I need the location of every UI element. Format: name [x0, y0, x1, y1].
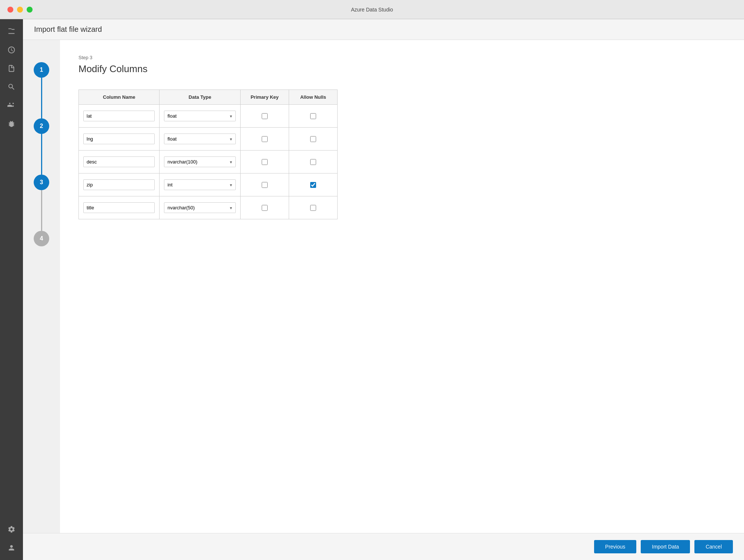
wizard-main: Step 3 Modify Columns Column Name Data T… [60, 40, 744, 533]
column-name-input-5[interactable] [83, 202, 155, 213]
step-heading: Modify Columns [78, 63, 725, 75]
primary-key-checkbox-4[interactable] [262, 182, 268, 188]
previous-button[interactable]: Previous [594, 540, 636, 553]
step-circle-1: 1 [34, 62, 49, 78]
step-circle-2: 2 [34, 118, 49, 134]
allow-nulls-checkbox-5[interactable] [310, 205, 316, 211]
sidebar-icon-files[interactable] [3, 23, 20, 40]
step-4: 4 [34, 231, 49, 246]
table-row: floatintnvarchar(50)nvarchar(100)nvarcha… [79, 151, 338, 173]
wizard-footer: Previous Import Data Cancel [23, 533, 744, 560]
steps-sidebar: 1 2 3 4 [23, 40, 60, 533]
primary-key-checkbox-2[interactable] [262, 136, 268, 142]
table-row: floatintnvarchar(50)nvarchar(100)nvarcha… [79, 128, 338, 151]
data-type-select-4[interactable]: floatintnvarchar(50)nvarchar(100)nvarcha… [164, 179, 235, 190]
table-row: floatintnvarchar(50)nvarchar(100)nvarcha… [79, 173, 338, 196]
header-data-type: Data Type [160, 90, 240, 105]
step-3: 3 [34, 175, 49, 231]
data-type-select-3[interactable]: floatintnvarchar(50)nvarchar(100)nvarcha… [164, 156, 235, 167]
content-area: Import flat file wizard 1 2 3 4 [23, 19, 744, 560]
step-connector-1 [41, 78, 42, 118]
step-label: Step 3 [78, 55, 725, 60]
allow-nulls-checkbox-4[interactable] [310, 182, 316, 188]
step-circle-3: 3 [34, 175, 49, 190]
column-name-input-1[interactable] [83, 111, 155, 121]
step-1: 1 [34, 62, 49, 118]
wizard-header: Import flat file wizard [23, 19, 744, 40]
app-title: Azure Data Studio [351, 7, 393, 13]
wizard-body: 1 2 3 4 Step 3 Modify Columns [23, 40, 744, 533]
column-name-input-2[interactable] [83, 134, 155, 144]
sidebar-icon-settings[interactable] [3, 521, 20, 538]
data-type-select-5[interactable]: floatintnvarchar(50)nvarchar(100)nvarcha… [164, 202, 235, 213]
header-primary-key: Primary Key [240, 90, 289, 105]
data-type-select-2[interactable]: floatintnvarchar(50)nvarchar(100)nvarcha… [164, 134, 235, 144]
allow-nulls-checkbox-3[interactable] [310, 159, 316, 165]
sidebar-icon-source-control[interactable] [3, 97, 20, 114]
title-bar: Azure Data Studio [0, 0, 744, 19]
sidebar-icon-extensions[interactable] [3, 115, 20, 132]
column-name-input-4[interactable] [83, 179, 155, 190]
primary-key-checkbox-5[interactable] [262, 205, 268, 211]
cancel-button[interactable]: Cancel [694, 540, 733, 553]
columns-table: Column Name Data Type Primary Key Allow … [78, 90, 338, 219]
wizard-title: Import flat file wizard [34, 25, 102, 33]
sidebar-icon-search[interactable] [3, 78, 20, 95]
primary-key-checkbox-3[interactable] [262, 159, 268, 165]
app-body: Import flat file wizard 1 2 3 4 [0, 19, 744, 560]
column-name-input-3[interactable] [83, 156, 155, 167]
step-circle-4: 4 [34, 231, 49, 246]
primary-key-checkbox-1[interactable] [262, 113, 268, 119]
step-2: 2 [34, 118, 49, 175]
minimize-button[interactable] [17, 7, 23, 13]
header-column-name: Column Name [79, 90, 160, 105]
step-connector-3 [41, 190, 42, 231]
sidebar-icon-new-file[interactable] [3, 60, 20, 77]
header-allow-nulls: Allow Nulls [289, 90, 337, 105]
maximize-button[interactable] [27, 7, 33, 13]
import-data-button[interactable]: Import Data [641, 540, 690, 553]
step-connector-2 [41, 134, 42, 175]
sidebar-icon-history[interactable] [3, 41, 20, 58]
data-type-select-1[interactable]: floatintnvarchar(50)nvarchar(100)nvarcha… [164, 111, 235, 121]
table-row: floatintnvarchar(50)nvarchar(100)nvarcha… [79, 196, 338, 219]
sidebar [0, 19, 23, 560]
allow-nulls-checkbox-1[interactable] [310, 113, 316, 119]
allow-nulls-checkbox-2[interactable] [310, 136, 316, 142]
sidebar-icon-account[interactable] [3, 539, 20, 556]
window-controls [7, 7, 33, 13]
close-button[interactable] [7, 7, 13, 13]
table-row: floatintnvarchar(50)nvarchar(100)nvarcha… [79, 105, 338, 128]
